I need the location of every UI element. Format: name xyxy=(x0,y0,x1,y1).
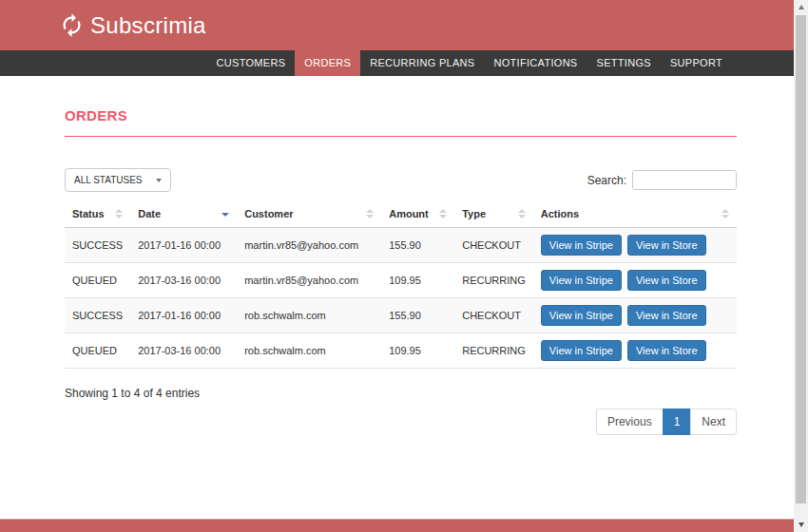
table-controls: ALL STATUSES Search: xyxy=(65,168,737,192)
scroll-up-button[interactable] xyxy=(794,0,808,14)
main-content: ORDERS ALL STATUSES Search: Status Date xyxy=(0,107,794,435)
nav-item-customers[interactable]: CUSTOMERS xyxy=(207,50,296,76)
sort-desc-icon xyxy=(221,209,229,218)
cell-actions: View in Stripe View in Store xyxy=(533,298,737,333)
column-label-type: Type xyxy=(462,208,486,219)
view-in-stripe-button[interactable]: View in Stripe xyxy=(541,270,622,291)
main-nav: CUSTOMERS ORDERS RECURRING PLANS NOTIFIC… xyxy=(0,50,794,76)
search-control: Search: xyxy=(587,170,737,190)
cell-date: 2017-01-16 00:00 xyxy=(130,298,237,333)
sort-both-icon xyxy=(721,209,729,218)
cell-amount: 109.95 xyxy=(381,333,454,369)
cell-status: QUEUED xyxy=(65,333,130,369)
cell-type: RECURRING xyxy=(454,263,533,298)
vertical-scrollbar[interactable] xyxy=(794,0,808,532)
cell-status: QUEUED xyxy=(65,263,130,298)
view-in-store-button[interactable]: View in Store xyxy=(627,340,706,361)
column-label-status: Status xyxy=(72,208,105,219)
column-label-actions: Actions xyxy=(541,208,579,219)
caret-down-icon xyxy=(156,179,162,182)
cell-status: SUCCESS xyxy=(65,298,130,333)
page-title: ORDERS xyxy=(65,107,737,124)
brand-logo[interactable]: Subscrimia xyxy=(59,12,206,39)
status-filter-dropdown[interactable]: ALL STATUSES xyxy=(65,168,171,192)
column-header-customer[interactable]: Customer xyxy=(237,200,381,228)
scroll-down-button[interactable] xyxy=(794,518,808,532)
column-header-type[interactable]: Type xyxy=(454,200,533,228)
column-header-actions[interactable]: Actions xyxy=(533,200,737,228)
pagination-previous-button[interactable]: Previous xyxy=(596,408,664,435)
top-header-bar: Subscrimia xyxy=(0,0,794,50)
view-in-stripe-button[interactable]: View in Stripe xyxy=(541,340,622,361)
cell-customer: martin.vr85@yahoo.com xyxy=(237,228,381,263)
column-label-amount: Amount xyxy=(389,208,429,219)
nav-item-recurring-plans[interactable]: RECURRING PLANS xyxy=(360,50,484,76)
title-divider xyxy=(65,136,737,137)
pagination-page-1-button[interactable]: 1 xyxy=(663,408,692,435)
view-in-stripe-button[interactable]: View in Stripe xyxy=(541,235,622,256)
nav-item-settings[interactable]: SETTINGS xyxy=(587,50,661,76)
sort-both-icon xyxy=(518,209,526,218)
nav-item-support[interactable]: SUPPORT xyxy=(661,50,732,76)
view-in-store-button[interactable]: View in Store xyxy=(627,235,706,256)
column-header-status[interactable]: Status xyxy=(65,200,130,228)
sort-both-icon xyxy=(115,209,123,218)
nav-item-orders[interactable]: ORDERS xyxy=(295,50,360,76)
arrow-up-icon xyxy=(798,5,804,10)
footer-bar xyxy=(0,519,794,532)
table-row: QUEUED 2017-03-16 00:00 rob.schwalm.com … xyxy=(65,333,737,369)
app-title: Subscrimia xyxy=(90,12,206,39)
cell-amount: 155.90 xyxy=(381,298,454,333)
table-row: QUEUED 2017-03-16 00:00 martin.vr85@yaho… xyxy=(65,263,737,298)
column-header-date[interactable]: Date xyxy=(130,200,237,228)
app-viewport: Subscrimia CUSTOMERS ORDERS RECURRING PL… xyxy=(0,0,794,532)
cell-date: 2017-01-16 00:00 xyxy=(130,228,237,263)
view-in-stripe-button[interactable]: View in Stripe xyxy=(541,305,622,326)
cell-actions: View in Stripe View in Store xyxy=(533,333,737,369)
cell-type: CHECKOUT xyxy=(454,298,533,333)
cell-type: RECURRING xyxy=(454,333,533,369)
cell-customer: martin.vr85@yahoo.com xyxy=(237,263,381,298)
cell-actions: View in Stripe View in Store xyxy=(533,228,737,263)
cell-amount: 109.95 xyxy=(381,263,454,298)
scrollbar-thumb[interactable] xyxy=(796,15,806,504)
cell-date: 2017-03-16 00:00 xyxy=(130,333,237,369)
cell-customer: rob.schwalm.com xyxy=(237,298,381,333)
column-label-customer: Customer xyxy=(244,208,293,219)
cell-type: CHECKOUT xyxy=(454,228,533,263)
pagination: Previous 1 Next xyxy=(65,408,737,435)
cell-actions: View in Stripe View in Store xyxy=(533,263,737,298)
orders-table: Status Date Customer Amount Type Actions… xyxy=(65,200,737,369)
table-row: SUCCESS 2017-01-16 00:00 martin.vr85@yah… xyxy=(65,228,737,263)
status-filter-value: ALL STATUSES xyxy=(74,175,143,185)
cell-date: 2017-03-16 00:00 xyxy=(130,263,237,298)
column-header-amount[interactable]: Amount xyxy=(381,200,454,228)
sort-both-icon xyxy=(439,209,447,218)
nav-item-notifications[interactable]: NOTIFICATIONS xyxy=(484,50,587,76)
view-in-store-button[interactable]: View in Store xyxy=(627,305,706,326)
cell-amount: 155.90 xyxy=(381,228,454,263)
search-label: Search: xyxy=(587,174,626,187)
arrow-down-icon xyxy=(798,522,804,527)
view-in-store-button[interactable]: View in Store xyxy=(627,270,706,291)
cell-status: SUCCESS xyxy=(65,228,130,263)
sync-icon xyxy=(59,12,85,38)
column-label-date: Date xyxy=(138,208,161,219)
table-summary: Showing 1 to 4 of 4 entries xyxy=(65,387,737,400)
sort-both-icon xyxy=(366,209,374,218)
table-header-row: Status Date Customer Amount Type Actions xyxy=(65,200,737,228)
table-row: SUCCESS 2017-01-16 00:00 rob.schwalm.com… xyxy=(65,298,737,333)
search-input[interactable] xyxy=(632,170,737,190)
pagination-next-button[interactable]: Next xyxy=(690,408,737,435)
cell-customer: rob.schwalm.com xyxy=(237,333,381,369)
